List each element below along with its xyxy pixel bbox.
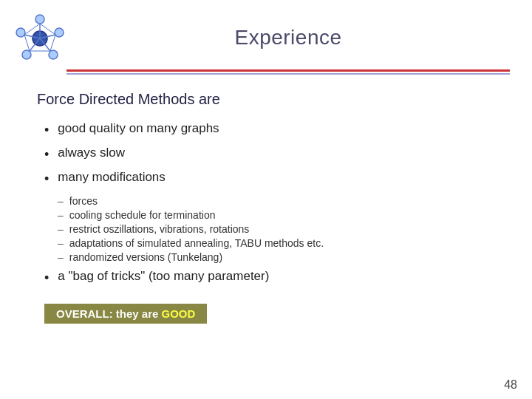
bullet-item-extra: • a "bag of tricks" (too many parameter) (44, 269, 495, 287)
svg-point-0 (35, 15, 44, 24)
sub-item-5: – randomized versions (Tunkelang) (58, 251, 495, 263)
slide-header: Experience (0, 0, 532, 65)
overall-prefix: OVERALL: they are (56, 307, 162, 320)
section-heading: Force Directed Methods are (37, 91, 495, 108)
sub-dash-1: – (58, 195, 64, 207)
svg-point-2 (49, 50, 58, 59)
sub-item-3: – restrict oszillations, vibrations, rot… (58, 223, 495, 235)
overall-good-text: GOOD (162, 307, 196, 320)
sub-item-4: – adaptations of simulated annealing, TA… (58, 237, 495, 249)
title-area: Experience (66, 26, 510, 52)
page-number: 48 (504, 378, 517, 392)
sub-dash-2: – (58, 209, 64, 221)
sub-item-1: – forces (58, 195, 495, 207)
main-content: Force Directed Methods are • good qualit… (0, 75, 532, 331)
title-decoration (0, 69, 532, 75)
svg-point-1 (55, 28, 64, 37)
bullet-text-3: many modifications (58, 170, 166, 185)
bullet-dot-2: • (44, 146, 49, 164)
main-bullet-list: • good quality on many graphs • always s… (44, 121, 495, 189)
sub-item-2: – cooling schedule for termination (58, 209, 495, 221)
bullet-item-3: • many modifications (44, 170, 495, 188)
bullet-dot-extra: • (44, 269, 49, 287)
bullet-text-extra: a "bag of tricks" (too many parameter) (58, 269, 269, 284)
bullet-dot-1: • (44, 121, 49, 140)
bullet-text-1: good quality on many graphs (58, 121, 219, 136)
red-line (66, 69, 510, 72)
bullet-item-2: • always slow (44, 146, 495, 164)
logo (15, 13, 66, 65)
sub-text-5: randomized versions (Tunkelang) (69, 251, 222, 263)
sub-bullet-list: – forces – cooling schedule for terminat… (58, 195, 495, 263)
bullet-text-2: always slow (58, 146, 125, 160)
slide-title: Experience (66, 26, 510, 50)
sub-dash-4: – (58, 237, 64, 249)
sub-text-4: adaptations of simulated annealing, TABU… (69, 237, 324, 249)
sub-text-2: cooling schedule for termination (69, 209, 216, 221)
sub-dash-3: – (58, 223, 64, 235)
sub-text-3: restrict oszillations, vibrations, rotat… (69, 223, 250, 235)
svg-line-14 (24, 35, 30, 51)
svg-line-12 (50, 35, 55, 51)
extra-bullet-list: • a "bag of tricks" (too many parameter) (44, 269, 495, 287)
sub-dash-5: – (58, 251, 64, 263)
sub-text-1: forces (69, 195, 98, 207)
svg-point-4 (16, 28, 25, 37)
overall-badge: OVERALL: they are GOOD (44, 304, 207, 324)
svg-point-3 (22, 50, 31, 59)
blue-line (66, 73, 510, 75)
bullet-item-1: • good quality on many graphs (44, 121, 495, 140)
bullet-dot-3: • (44, 170, 49, 188)
